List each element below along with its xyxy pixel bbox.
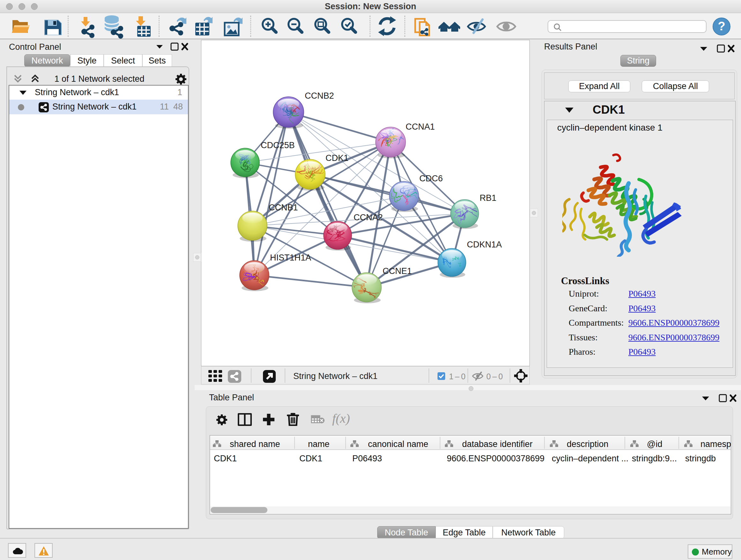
- svg-text:CCNA2: CCNA2: [354, 212, 383, 222]
- svg-text:CCNB2: CCNB2: [305, 91, 334, 101]
- svg-text:CDKN1A: CDKN1A: [467, 240, 502, 249]
- svg-text:CDC6: CDC6: [419, 174, 443, 183]
- svg-text:CCNE1: CCNE1: [383, 266, 412, 276]
- svg-text:?: ?: [718, 19, 725, 33]
- svg-text:HIST1H1A: HIST1H1A: [270, 253, 311, 262]
- svg-text:CCNB1: CCNB1: [269, 203, 298, 212]
- svg-text:CCNA1: CCNA1: [406, 122, 435, 132]
- svg-text:CDC25B: CDC25B: [261, 140, 295, 150]
- svg-text:CDK1: CDK1: [326, 153, 348, 163]
- svg-text:RB1: RB1: [480, 193, 496, 203]
